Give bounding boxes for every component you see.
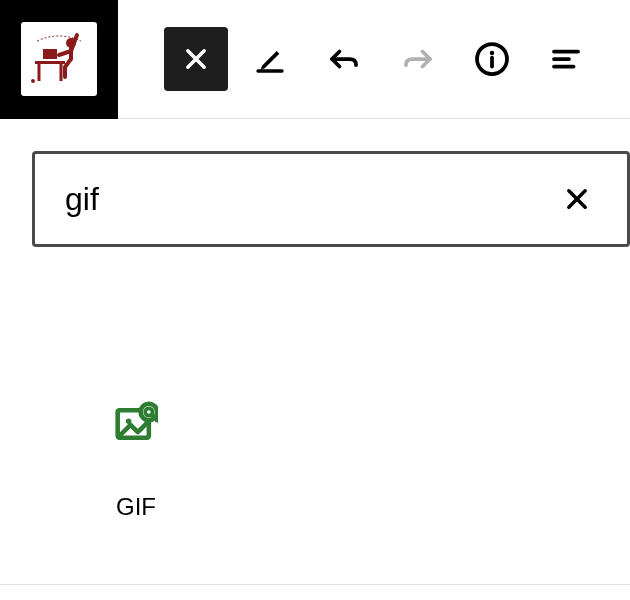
info-icon xyxy=(474,41,510,77)
clear-search-button[interactable] xyxy=(557,179,597,219)
svg-point-5 xyxy=(31,79,35,83)
redo-button xyxy=(386,27,450,91)
result-gif-block[interactable]: GIF xyxy=(88,399,184,521)
info-button[interactable] xyxy=(460,27,524,91)
undo-button[interactable] xyxy=(312,27,376,91)
toolbar-buttons xyxy=(118,27,598,91)
search-area xyxy=(0,119,630,247)
search-input[interactable] xyxy=(65,181,557,218)
svg-point-7 xyxy=(490,51,495,56)
svg-rect-1 xyxy=(43,49,57,59)
search-results: GIF xyxy=(0,247,630,521)
close-icon xyxy=(563,185,591,213)
svg-rect-2 xyxy=(35,61,65,64)
close-button[interactable] xyxy=(164,27,228,91)
app-logo-container[interactable] xyxy=(0,0,118,119)
undo-icon xyxy=(326,41,362,77)
redo-icon xyxy=(400,41,436,77)
pencil-icon xyxy=(254,43,286,75)
svg-line-16 xyxy=(153,417,157,421)
search-box xyxy=(32,151,630,247)
toolbar xyxy=(0,0,630,119)
desk-person-icon xyxy=(29,29,89,89)
edit-button[interactable] xyxy=(238,27,302,91)
gif-block-icon xyxy=(112,399,160,447)
divider xyxy=(0,584,630,585)
result-label: GIF xyxy=(116,493,156,521)
app-logo xyxy=(21,22,97,96)
close-icon xyxy=(182,45,210,73)
menu-icon xyxy=(548,41,584,77)
menu-button[interactable] xyxy=(534,27,598,91)
